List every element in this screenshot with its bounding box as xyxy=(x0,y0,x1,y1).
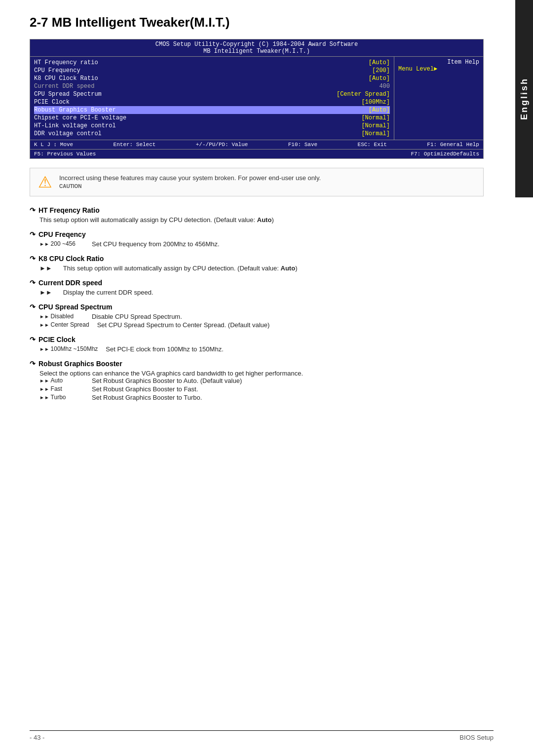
item-desc: Display the current DDR speed. xyxy=(63,289,484,296)
bios-row-value: [200] xyxy=(372,67,390,74)
footer-right: BIOS Setup xyxy=(459,734,494,741)
bios-row-label: Current DDR speed xyxy=(34,83,94,90)
section-title: HT Freqency Ratio xyxy=(30,206,484,214)
section-body: This setup option will automatically ass… xyxy=(39,216,484,224)
caution-text-block: Incorrect using these features may cause… xyxy=(59,174,475,189)
bios-row: Robust Graphics Booster[Auto] xyxy=(34,106,390,114)
item-desc: Disable CPU Spread Spectrum. xyxy=(92,313,484,320)
item-bullet: 200 ~456 xyxy=(39,240,84,248)
section-body: 100Mhz ~150MhzSet PCI-E clock from 100Mh… xyxy=(39,345,484,353)
bios-row-value: [100Mhz] xyxy=(361,99,390,106)
bios-header: CMOS Setup Utility-Copyright (C) 1984-20… xyxy=(30,39,483,57)
bios-row-label: HT Frequency ratio xyxy=(34,59,98,66)
bios-row-label: Chipset core PCI-E voltage xyxy=(34,114,126,121)
bios-row-value: [Auto] xyxy=(369,75,390,82)
section-title: K8 CPU Clock Ratio xyxy=(30,255,484,263)
bios-row-value: [Auto] xyxy=(369,59,390,66)
bios-row: HT-Link voltage control[Normal] xyxy=(34,122,390,130)
section-pcie-clock: PCIE Clock100Mhz ~150MhzSet PCI-E clock … xyxy=(30,336,484,353)
item-desc: Set Robust Graphics Booster to Fast. xyxy=(92,385,484,393)
bios-body: HT Frequency ratio[Auto]CPU Frequency[20… xyxy=(30,57,483,140)
bios-row-label: CPU Frequency xyxy=(34,67,80,74)
bios-row-value: [Auto] xyxy=(369,107,390,113)
bios-row: CPU Spread Spectrum[Center Spread] xyxy=(34,90,390,98)
item-bullet: Center Spread xyxy=(39,321,89,329)
bios-footer-prev: F5: Previous Values xyxy=(34,151,96,157)
bios-row: CPU Frequency[200] xyxy=(34,67,390,75)
list-item: ►► Display the current DDR speed. xyxy=(39,289,484,296)
section-current-ddr: Current DDR speed►► Display the current … xyxy=(30,279,484,296)
bios-row: DDR voltage control[Normal] xyxy=(34,130,390,138)
item-bullet: Auto xyxy=(39,377,84,384)
section-k8-clock: K8 CPU Clock Ratio►► This setup option w… xyxy=(30,255,484,272)
section-body: ►► This setup option will automatically … xyxy=(39,265,484,272)
section-title: Current DDR speed xyxy=(30,279,484,287)
side-tab-label: English xyxy=(519,77,530,120)
section-cpu-spread: CPU Spread SpectrumDisabledDisable CPU S… xyxy=(30,303,484,329)
bios-help-panel: Item Help Menu Level► xyxy=(394,57,483,140)
section-title: Robust Graphics Booster xyxy=(30,360,484,368)
bios-footer: K L J ↕ Move Enter: Select +/-/PU/PD: Va… xyxy=(30,140,483,149)
item-arrow: ►► xyxy=(39,265,52,272)
bios-menu: HT Frequency ratio[Auto]CPU Frequency[20… xyxy=(30,57,394,140)
item-desc: Set PCI-E clock from 100Mhz to 150Mhz. xyxy=(106,345,484,353)
item-bullet: Disabled xyxy=(39,313,84,320)
caution-icon: ⚠ xyxy=(38,174,52,190)
item-desc: Set Robust Graphics Booster to Auto. (De… xyxy=(92,377,484,384)
bios-row-value: [Center Spread] xyxy=(337,91,390,98)
list-item: 200 ~456Set CPU frequency from 200Mhz to… xyxy=(39,240,484,248)
section-ht-freq: HT Freqency RatioThis setup option will … xyxy=(30,206,484,224)
bios-row-label: CPU Spread Spectrum xyxy=(34,91,102,98)
list-item: AutoSet Robust Graphics Booster to Auto.… xyxy=(39,377,484,384)
bios-row: PCIE Clock[100Mhz] xyxy=(34,98,390,106)
bios-footer-help: F1: General Help xyxy=(427,142,479,148)
bios-footer-value: +/-/PU/PD: Value xyxy=(196,142,248,148)
list-item: FastSet Robust Graphics Booster to Fast. xyxy=(39,385,484,393)
bios-footer2: F5: Previous Values F7: OptimizedDefault… xyxy=(30,149,483,158)
bios-row-label: K8 CPU Clock Ratio xyxy=(34,75,98,82)
section-title: PCIE Clock xyxy=(30,336,484,343)
bios-footer-move: K L J ↕ Move xyxy=(34,142,73,148)
bios-footer-exit: ESC: Exit xyxy=(358,142,387,148)
footer-page-num: - 43 - xyxy=(30,734,44,741)
section-body: Select the options can enhance the VGA g… xyxy=(39,370,484,401)
section-title: CPU Spread Spectrum xyxy=(30,303,484,311)
side-tab: English xyxy=(515,0,533,197)
section-robust-graphics: Robust Graphics BoosterSelect the option… xyxy=(30,360,484,401)
item-bullet: 100Mhz ~150Mhz xyxy=(39,345,98,353)
page-title: 2-7 MB Intelligent Tweaker(M.I.T.) xyxy=(30,15,484,30)
page-footer: - 43 - BIOS Setup xyxy=(30,730,494,741)
list-item: TurboSet Robust Graphics Booster to Turb… xyxy=(39,394,484,401)
section-body-text: Select the options can enhance the VGA g… xyxy=(39,370,484,377)
list-item: 100Mhz ~150MhzSet PCI-E clock from 100Mh… xyxy=(39,345,484,353)
item-bullet: Fast xyxy=(39,385,84,393)
bios-row-label: Robust Graphics Booster xyxy=(34,107,116,113)
item-arrow: ►► xyxy=(39,289,52,296)
bios-footer-optimized: F7: OptimizedDefaults xyxy=(411,151,479,157)
list-item: DisabledDisable CPU Spread Spectrum. xyxy=(39,313,484,320)
bios-screen: CMOS Setup Utility-Copyright (C) 1984-20… xyxy=(30,39,484,159)
bios-row: Current DDR speed400 xyxy=(34,82,390,90)
caution-box: ⚠ Incorrect using these features may cau… xyxy=(30,168,484,196)
item-desc: This setup option will automatically ass… xyxy=(63,265,484,272)
section-cpu-freq: CPU Freqency200 ~456Set CPU frequency fr… xyxy=(30,230,484,248)
bios-row: K8 CPU Clock Ratio[Auto] xyxy=(34,75,390,82)
item-desc: Set CPU Spread Spectrum to Center Spread… xyxy=(97,321,484,329)
list-item: ►► This setup option will automatically … xyxy=(39,265,484,272)
item-desc: Set Robust Graphics Booster to Turbo. xyxy=(92,394,484,401)
bios-footer-enter: Enter: Select xyxy=(114,142,156,148)
sections-container: HT Freqency RatioThis setup option will … xyxy=(30,206,484,401)
bios-header-line2: MB Intelligent Tweaker(M.I.T.) xyxy=(30,48,483,55)
bios-row-value: [Normal] xyxy=(361,114,390,121)
list-item: Center SpreadSet CPU Spread Spectrum to … xyxy=(39,321,484,329)
bios-footer-save: F10: Save xyxy=(288,142,317,148)
bios-help-title: Item Help xyxy=(398,59,479,66)
bios-row-value: 400 xyxy=(379,83,390,90)
section-body: ►► Display the current DDR speed. xyxy=(39,289,484,296)
bios-row: Chipset core PCI-E voltage[Normal] xyxy=(34,114,390,122)
item-bullet: Turbo xyxy=(39,394,84,401)
bios-row-value: [Normal] xyxy=(361,122,390,129)
bios-row-label: PCIE Clock xyxy=(34,99,70,106)
section-body: 200 ~456Set CPU frequency from 200Mhz to… xyxy=(39,240,484,248)
section-body-text: This setup option will automatically ass… xyxy=(39,216,484,224)
